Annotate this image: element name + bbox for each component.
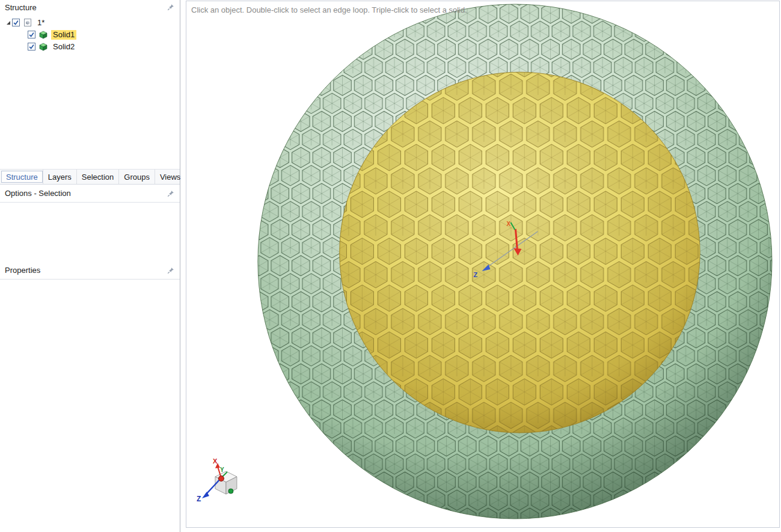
center-z-axis-label: Z: [474, 271, 478, 278]
tab-structure[interactable]: Structure: [1, 171, 43, 183]
application-window: Structure: [0, 0, 781, 532]
structure-panel-header: Structure: [0, 0, 180, 14]
pin-icon[interactable]: [167, 4, 174, 11]
check-icon: [28, 43, 35, 50]
gizmo-origin-sphere: [218, 476, 224, 482]
solid-cube-icon: [38, 31, 48, 39]
tree-item-solid2-label[interactable]: Solid2: [51, 42, 76, 52]
tab-selection[interactable]: Selection: [76, 170, 118, 184]
tree-root-label[interactable]: 1*: [35, 18, 46, 28]
options-panel-title: Options - Selection: [5, 189, 71, 198]
tab-groups[interactable]: Groups: [118, 170, 155, 184]
viewport-area: Z X X: [180, 0, 781, 532]
pin-icon-glyph: [167, 267, 174, 274]
3d-canvas[interactable]: Z X X: [186, 1, 780, 528]
options-panel-body: [0, 203, 180, 261]
check-icon: [28, 31, 35, 38]
structure-panel-title: Structure: [5, 3, 37, 12]
design-document-icon: [23, 18, 32, 27]
tree-item-solid1-label[interactable]: Solid1: [51, 30, 76, 40]
center-x-axis-label: X: [506, 221, 510, 227]
pin-icon[interactable]: [167, 267, 174, 274]
gizmo-green-sphere: [228, 489, 233, 494]
options-panel-header: Options - Selection: [0, 185, 180, 203]
properties-panel-title: Properties: [5, 266, 40, 275]
orientation-cube[interactable]: X Y Z: [197, 457, 237, 503]
solid-cube-icon: [38, 43, 48, 51]
root-visibility-checkbox[interactable]: [12, 19, 20, 26]
check-icon: [13, 19, 19, 26]
structure-tree: 1* Solid1: [0, 14, 180, 169]
tree-row-solid2[interactable]: Solid2: [0, 41, 180, 52]
solid1-visibility-checkbox[interactable]: [28, 31, 35, 38]
3d-scene[interactable]: Z X X: [186, 1, 779, 527]
inner-sphere-shading: [340, 72, 700, 433]
tree-expand-icon[interactable]: [5, 20, 12, 26]
gizmo-z-axis-label: Z: [197, 495, 201, 503]
solid2-visibility-checkbox[interactable]: [28, 43, 35, 50]
viewport-hint: Click an object. Double-click to select …: [191, 5, 467, 14]
properties-panel-body: [0, 280, 180, 532]
tree-row-root[interactable]: 1*: [0, 17, 180, 28]
pin-icon[interactable]: [167, 190, 174, 197]
gizmo-x-axis-label: X: [213, 457, 218, 465]
pin-icon-glyph: [167, 4, 174, 11]
dock-tab-bar: Structure Layers Selection Groups Views: [0, 169, 180, 185]
gizmo-y-axis-label: Y: [220, 466, 224, 473]
properties-panel-header: Properties: [0, 261, 180, 280]
left-dock-panel: Structure: [0, 0, 180, 532]
tree-row-solid1[interactable]: Solid1: [0, 29, 180, 40]
tab-layers[interactable]: Layers: [43, 170, 76, 184]
pin-icon-glyph: [167, 190, 174, 197]
